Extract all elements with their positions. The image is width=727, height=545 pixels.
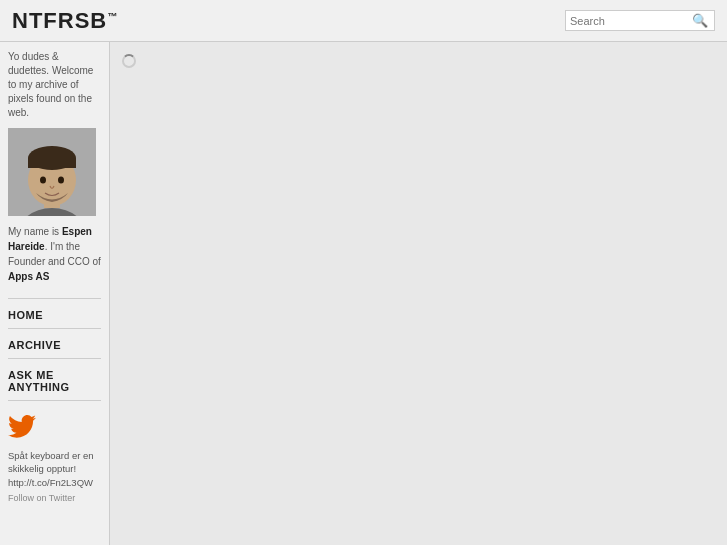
twitter-icon [8,415,36,439]
bio-name: Espen Hareide [8,226,92,252]
follow-twitter-link[interactable]: Follow on Twitter [8,493,101,503]
nav-divider-4 [8,400,101,401]
body-layout: Yo dudes & dudettes. Welcome to my archi… [0,42,727,545]
title-text: NTFRSB [12,8,107,33]
search-form: 🔍 [565,10,715,31]
svg-rect-5 [28,158,76,168]
sidebar: Yo dudes & dudettes. Welcome to my archi… [0,42,110,545]
svg-point-6 [40,177,46,184]
twitter-section: Spåt keyboard er en skikkelig opptur! ht… [8,415,101,503]
trademark: ™ [107,10,118,21]
search-input[interactable] [570,15,690,27]
loading-spinner [122,54,136,71]
nav-home[interactable]: HOME [8,303,101,324]
avatar [8,128,96,216]
search-button[interactable]: 🔍 [690,13,710,28]
avatar-image [8,128,96,216]
nav-divider-3 [8,358,101,359]
intro-text: Yo dudes & dudettes. Welcome to my archi… [8,50,101,120]
tweet-text: Spåt keyboard er en skikkelig opptur! ht… [8,449,101,489]
site-header: NTFRSB™ 🔍 [0,0,727,42]
spinner-circle [122,54,136,68]
svg-point-7 [58,177,64,184]
bio-text: My name is Espen Hareide. I'm the Founde… [8,224,101,284]
nav-archive[interactable]: ARCHIVE [8,333,101,354]
nav-divider [8,298,101,299]
nav-ask-me-anything[interactable]: ASK ME ANYTHING [8,363,101,396]
bio-company-link[interactable]: Apps AS [8,271,49,282]
main-content [110,42,727,545]
twitter-bird-icon [8,415,101,445]
site-title: NTFRSB™ [12,8,118,34]
nav-divider-2 [8,328,101,329]
